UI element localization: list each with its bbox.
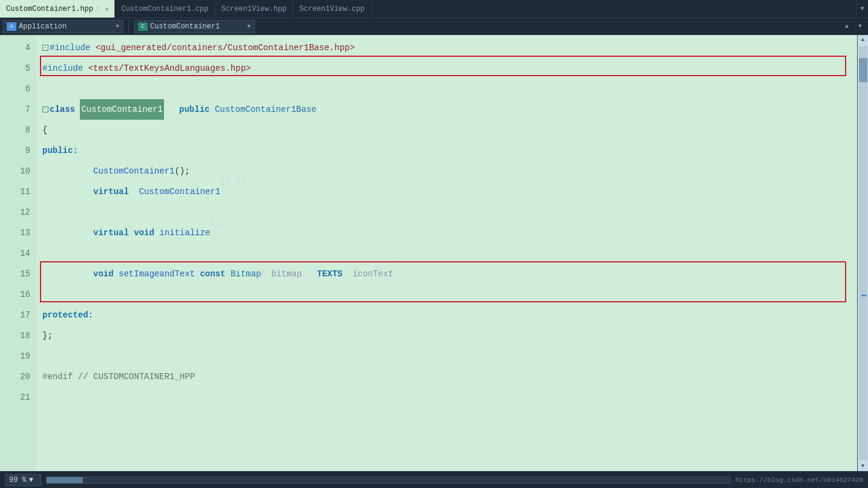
tab-screen1view-hpp[interactable]: Screen1View.hpp (215, 0, 294, 18)
vertical-scrollbar[interactable]: ▲ ▼ (857, 35, 868, 471)
toolbar-scroll-up[interactable]: ▲ (841, 20, 852, 33)
code-content[interactable]: -#include <gui_generated/containers/Cust… (36, 35, 857, 471)
code-line-5: #include <texts/TextKeysAndLanguages.hpp… (42, 58, 857, 79)
void-keyword-13: void (134, 223, 154, 243)
status-bar: 99 % ▼ https://blog.csdn.net/u014627420 (0, 471, 868, 488)
tab-bar: CustomContainer1.hpp □ ✕ CustomContainer… (0, 0, 868, 18)
zoom-dropdown[interactable]: 99 % ▼ (5, 474, 41, 486)
app-icon: A (7, 22, 16, 31)
line-num-5: 5 (0, 58, 30, 79)
bitmap-type-15: Bitmap (231, 264, 261, 284)
void-keyword-15: void (93, 264, 114, 284)
container-dropdown[interactable]: C CustomContainer1 ▼ (134, 20, 255, 33)
scroll-down-button[interactable]: ▼ (858, 461, 869, 471)
line-num-14: 14 (0, 243, 30, 264)
container-icon: C (138, 22, 148, 31)
tab-customcontainer1-cpp[interactable]: CustomContainer1.cpp (115, 0, 215, 18)
code-line-17: protected: (42, 305, 857, 325)
virtual-keyword-11: virtual (93, 181, 129, 202)
initialize-method-13: initialize (159, 223, 210, 243)
tab-modified-icon: □ (96, 6, 99, 12)
code-line-14 (42, 243, 857, 264)
line-num-6: 6 (0, 79, 30, 99)
code-line-21 (42, 387, 857, 408)
tab-label: CustomContainer1.hpp (6, 5, 93, 13)
class-name-7: CustomContainer1 (80, 99, 163, 120)
application-dropdown[interactable]: A Application ▼ (2, 20, 123, 33)
tab-customcontainer1-hpp[interactable]: CustomContainer1.hpp □ ✕ (0, 0, 115, 18)
tab-label: Screen1View.cpp (300, 5, 365, 13)
horizontal-scrollbar[interactable] (46, 477, 731, 484)
icontext-param-15: iconText (353, 264, 393, 284)
line-num-18: 18 (0, 325, 30, 346)
line-num-20: 20 (0, 366, 30, 387)
line-num-7: 7 (0, 99, 30, 120)
include-keyword-4: #include (50, 37, 90, 58)
line-num-9: 9 (0, 140, 30, 161)
code-line-15: void setImageandText(const Bitmap& bitma… (42, 264, 857, 284)
virtual-keyword-13: virtual (93, 223, 129, 243)
status-url: https://blog.csdn.net/u014627420 (735, 477, 863, 484)
code-line-10: CustomContainer1(); (42, 161, 857, 181)
destructor-11: CustomContainer1 (139, 181, 220, 202)
line-num-8: 8 (0, 120, 30, 140)
toolbar-bar: A Application ▼ C CustomContainer1 ▼ ▲ ▼ (0, 18, 868, 35)
code-line-8: { (42, 120, 857, 140)
tab-close-icon[interactable]: ✕ (105, 5, 108, 13)
line-num-10: 10 (0, 161, 30, 181)
class-keyword-7: class (50, 99, 75, 120)
constructor-10: CustomContainer1 (93, 161, 174, 181)
line-num-13: 13 (0, 223, 30, 243)
line-num-17: 17 (0, 305, 30, 325)
app-dropdown-arrow: ▼ (116, 24, 119, 30)
scroll-thumb[interactable] (859, 58, 867, 82)
public-keyword-7: public (179, 99, 209, 120)
line-numbers: 4 5 6 7 8 9 10 11 12 13 14 15 16 17 18 1… (0, 35, 36, 471)
line-num-16: 16 (0, 284, 30, 305)
code-line-4: -#include <gui_generated/containers/Cust… (42, 37, 857, 58)
code-line-6 (42, 79, 857, 99)
tab-overflow-arrow[interactable]: ▼ (856, 0, 868, 18)
code-line-18: }; (42, 325, 857, 346)
base-class-7: CustomContainer1Base (215, 99, 317, 120)
editor-area: 4 5 6 7 8 9 10 11 12 13 14 15 16 17 18 1… (0, 35, 868, 471)
zoom-value: 99 % (9, 476, 27, 484)
toolbar-scroll-down[interactable]: ▼ (855, 20, 866, 33)
line-num-15: 15 (0, 264, 30, 284)
include-path-4: <gui_generated/containers/CustomContaine… (96, 37, 355, 58)
setimageandtext-15: setImageandText (119, 264, 195, 284)
zoom-arrow: ▼ (29, 476, 33, 484)
line-num-11: 11 (0, 181, 30, 202)
texts-type-15: TEXTS (317, 264, 343, 284)
punct-10: (); (174, 161, 189, 181)
code-line-11: virtual ~CustomContainer1() {} (42, 181, 857, 202)
tab-label: CustomContainer1.cpp (121, 5, 208, 13)
code-line-16 (42, 284, 857, 305)
close-brace-18: }; (42, 325, 53, 346)
include-keyword-5: #include (42, 58, 83, 79)
tab-screen1view-cpp[interactable]: Screen1View.cpp (294, 0, 372, 18)
scroll-track[interactable] (859, 46, 867, 460)
scroll-marker (861, 294, 866, 296)
endif-comment-20: #endif // CUSTOMCONTAINER1_HPP (42, 366, 195, 387)
code-line-9: public: (42, 140, 857, 161)
const-keyword-15: const (200, 264, 225, 284)
line-num-12: 12 (0, 202, 30, 223)
line-num-19: 19 (0, 346, 30, 366)
bitmap-param-15: bitmap (271, 264, 301, 284)
fold-4[interactable]: - (42, 45, 48, 51)
line-num-21: 21 (0, 387, 30, 408)
h-scroll-thumb[interactable] (47, 477, 83, 483)
app-dropdown-label: Application (19, 22, 67, 31)
line-num-4: 4 (0, 37, 30, 58)
fold-7[interactable]: - (42, 106, 48, 112)
code-line-13: virtual void initialize(); (42, 223, 857, 243)
code-line-12 (42, 202, 857, 223)
toolbar-right: ▲ ▼ (841, 20, 866, 33)
scroll-up-button[interactable]: ▲ (858, 35, 869, 45)
toolbar-separator (128, 21, 129, 33)
include-path-5: <texts/TextKeysAndLanguages.hpp> (88, 58, 251, 79)
code-line-20: #endif // CUSTOMCONTAINER1_HPP (42, 366, 857, 387)
tab-label: Screen1View.hpp (222, 5, 287, 13)
code-line-19 (42, 346, 857, 366)
